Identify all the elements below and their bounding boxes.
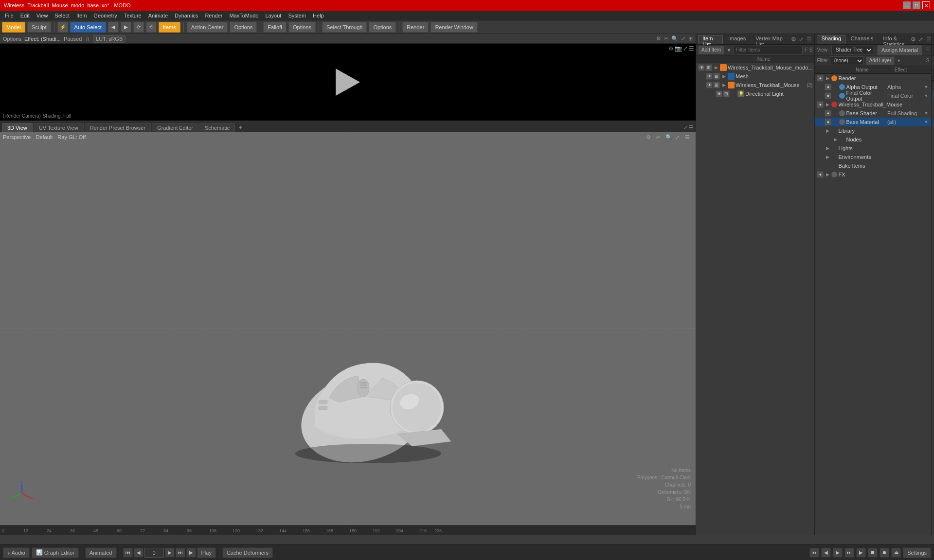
sculpt-btn[interactable]: Sculpt <box>27 22 51 33</box>
tree-item-light[interactable]: 👁 ⊞ ▶ 💡 Directional Light <box>696 89 814 98</box>
shader-item-lights[interactable]: ● ▶ Lights <box>815 144 931 153</box>
add-layer-btn[interactable]: Add Layer <box>866 56 895 65</box>
shader-item-final-color[interactable]: ● ▶ Final Color Output Final Color ▼ <box>815 91 931 100</box>
shader-item-render[interactable]: ● ▶ Render <box>815 74 931 83</box>
preview-play-btn[interactable] <box>333 68 362 97</box>
toolbar-icon-1[interactable]: ⚡ <box>57 22 68 33</box>
select-through-btn[interactable]: Select Through <box>322 22 367 33</box>
bottom-icon-6[interactable]: ⏹ <box>868 548 878 558</box>
tree-item-scene[interactable]: 👁 ⊞ ▶ Wireless_Trackball_Mouse_modo... <box>696 63 814 72</box>
menu-render[interactable]: Render <box>202 12 225 19</box>
shader-arrow-nodes[interactable]: ▶ <box>832 137 838 142</box>
viewport-icon-1[interactable]: ⚙ <box>656 35 661 42</box>
menu-item[interactable]: Item <box>73 12 90 19</box>
tab-shading[interactable]: Shading <box>817 35 845 44</box>
shader-item-library[interactable]: ● ▶ Library <box>815 126 931 135</box>
tree-item-group[interactable]: 👁 ⊞ ▶ Wireless_Trackball_Mouse (2) <box>696 81 814 89</box>
tab-info-statistics[interactable]: Info & Statistics <box>879 35 909 44</box>
shader-arrow-render[interactable]: ▶ <box>825 75 830 81</box>
bottom-icon-2[interactable]: ◀ <box>821 548 831 558</box>
shader-item-bake-items[interactable]: ● Bake Items <box>815 161 931 170</box>
vp-tool-camera[interactable]: ✂ <box>656 134 664 142</box>
tab-uv-texture[interactable]: UV Texture View <box>34 123 84 132</box>
play-btn[interactable]: Play <box>197 547 216 558</box>
menu-view[interactable]: View <box>34 12 51 19</box>
tab-render-preset[interactable]: Render Preset Browser <box>85 123 151 132</box>
shader-tree-select[interactable]: Shader Tree <box>831 46 873 54</box>
vis-eye-light[interactable]: 👁 <box>716 90 722 97</box>
shader-vis-trackball[interactable]: ● <box>817 101 824 108</box>
tree-arrow-light[interactable]: ▶ <box>731 91 736 97</box>
shader-vis-final-color[interactable]: ● <box>825 92 831 99</box>
vis-lock-scene[interactable]: ⊞ <box>705 64 712 71</box>
close-btn[interactable]: ✕ <box>922 1 930 9</box>
preview-icon-expand[interactable]: ⤢ <box>683 45 688 52</box>
add-layer-dropdown-icon[interactable]: ▼ <box>897 58 901 63</box>
shader-arrow-final-color[interactable]: ▶ <box>832 93 838 99</box>
shader-arrow-fx[interactable]: ▶ <box>825 172 830 177</box>
viewport-3d[interactable]: Perspective Default Ray GL: Off ⚙ ✂ 🔍 ⤢ … <box>0 132 696 525</box>
graph-editor-btn[interactable]: 📊 Graph Editor <box>32 547 79 558</box>
vis-lock-light[interactable]: ⊞ <box>723 90 730 97</box>
tree-arrow-mesh[interactable]: ▶ <box>721 73 727 79</box>
shader-arrow-base-material[interactable]: ▶ <box>832 119 838 125</box>
base-shader-effect-dropdown[interactable]: ▼ <box>924 111 929 116</box>
toolbar-icon-3[interactable]: ▶ <box>121 22 131 33</box>
menu-edit[interactable]: Edit <box>18 12 33 19</box>
options-btn-3[interactable]: Options <box>369 22 396 33</box>
toolbar-icon-2[interactable]: ◀ <box>108 22 119 33</box>
transport-start[interactable]: ⏮ <box>123 548 133 558</box>
maximize-btn[interactable]: □ <box>913 1 920 9</box>
viewport-icon-3[interactable]: 🔍 <box>671 35 678 42</box>
add-item-dropdown-icon[interactable]: ▼ <box>726 47 732 53</box>
shader-vis-fx[interactable]: ● <box>817 171 824 178</box>
vis-lock-mesh[interactable]: ⊞ <box>713 73 720 80</box>
render-btn[interactable]: Render <box>402 22 429 33</box>
transport-next[interactable]: ▶ <box>165 548 175 558</box>
toolbar-icon-5[interactable]: ⟲ <box>146 22 157 33</box>
view-settings-icon[interactable]: ☰ <box>689 124 694 131</box>
vp-tool-search[interactable]: 🔍 <box>665 134 673 142</box>
vis-eye-scene[interactable]: 👁 <box>698 64 705 71</box>
alpha-effect-dropdown[interactable]: ▼ <box>924 85 929 89</box>
viewport-icon-4[interactable]: ⤢ <box>681 35 685 42</box>
shader-item-fx[interactable]: ● ▶ FX <box>815 170 931 179</box>
falloff-btn[interactable]: Falloff <box>263 22 287 33</box>
shading-lock-icon[interactable]: ⚙ <box>910 36 916 43</box>
shader-vis-render[interactable]: ● <box>817 75 824 82</box>
shader-item-nodes[interactable]: ● ▶ Nodes <box>815 135 931 144</box>
tab-channels[interactable]: Channels <box>846 35 878 44</box>
menu-layout[interactable]: Layout <box>262 12 284 19</box>
shader-arrow-lights[interactable]: ▶ <box>825 145 830 151</box>
tab-vertex-map-list[interactable]: Vertex Map List <box>751 35 789 44</box>
vp-tool-settings[interactable]: ⚙ <box>646 134 654 142</box>
add-item-btn[interactable]: Add Item <box>698 46 724 54</box>
shader-arrow-library[interactable]: ▶ <box>825 128 830 134</box>
vis-eye-group[interactable]: 👁 <box>706 82 713 88</box>
menu-dynamics[interactable]: Dynamics <box>172 12 201 19</box>
shader-arrow-environments[interactable]: ▶ <box>825 154 830 160</box>
shader-arrow-trackball[interactable]: ▶ <box>825 102 830 107</box>
menu-system[interactable]: System <box>285 12 309 19</box>
transport-play[interactable]: ▶ <box>186 548 196 558</box>
tab-schematic[interactable]: Schematic <box>199 123 235 132</box>
auto-select-btn[interactable]: Auto Select <box>70 22 106 33</box>
tab-images[interactable]: Images <box>724 35 750 44</box>
transport-prev[interactable]: ◀ <box>134 548 144 558</box>
options-btn-2[interactable]: Options <box>288 22 316 33</box>
bottom-icon-1[interactable]: ⏮ <box>809 548 819 558</box>
tab-item-list[interactable]: Item List <box>698 35 723 44</box>
shader-item-trackball[interactable]: ● ▶ Wireless_Trackball_Mouse <box>815 100 931 109</box>
animated-btn[interactable]: Animated <box>85 547 116 558</box>
item-list-menu-icon[interactable]: ☰ <box>806 36 812 43</box>
menu-animate[interactable]: Animate <box>145 12 171 19</box>
filter-items-input[interactable] <box>734 46 803 54</box>
menu-select[interactable]: Select <box>52 12 72 19</box>
minimize-btn[interactable]: — <box>903 1 911 9</box>
shader-item-environments[interactable]: ● ▶ Environments <box>815 153 931 161</box>
bottom-icon-5[interactable]: ▶ <box>856 548 866 558</box>
shader-vis-base-shader[interactable]: ● <box>825 110 831 117</box>
tree-arrow-scene[interactable]: ▶ <box>713 65 719 70</box>
item-list-lock-icon[interactable]: ⚙ <box>790 36 797 43</box>
render-window-btn[interactable]: Render Window <box>431 22 477 33</box>
